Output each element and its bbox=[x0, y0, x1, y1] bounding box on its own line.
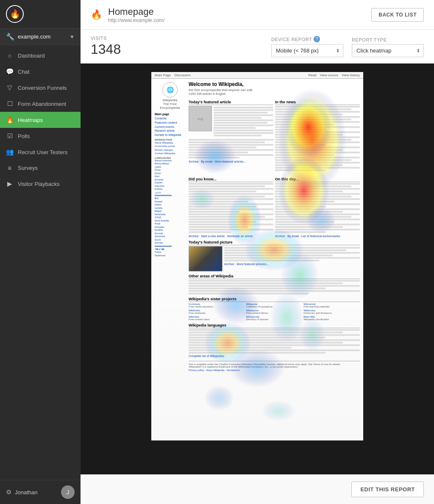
sidebar-item-label-dashboard: Dashboard bbox=[18, 53, 45, 59]
wiki-footer-links: Privacy policy · About Wikipedia · Discl… bbox=[189, 369, 360, 371]
header-flame-icon: 🔥 bbox=[91, 9, 102, 20]
report-type-select[interactable]: Click heatmap Move heatmap Scroll heatma… bbox=[352, 44, 424, 57]
wiki-section-other-areas: Other areas of Wikipedia bbox=[189, 274, 360, 279]
wiki-section-did-you-know: Did you know... bbox=[189, 177, 273, 182]
wiki-languages-section: Wikipedia languages bbox=[189, 323, 360, 357]
chat-icon: 💬 bbox=[6, 68, 14, 75]
wiki-header-bar: Main PageDiscussion ReadView sourceView … bbox=[151, 72, 363, 79]
wiki-featured-picture-section: Today's featured picture bbox=[189, 240, 360, 271]
wiki-section-featured-picture: Today's featured picture bbox=[189, 240, 360, 245]
polls-icon: ☑ bbox=[6, 132, 14, 140]
report-type-label: REPORT TYPE bbox=[352, 37, 424, 42]
visits-section: VISITS 1348 bbox=[91, 36, 121, 57]
wiki-title: Welcome to Wikipedia, bbox=[189, 81, 360, 87]
avatar[interactable]: J bbox=[61, 485, 75, 499]
sidebar-item-label-polls: Polls bbox=[18, 133, 30, 139]
user-name-label: Jonathan bbox=[15, 489, 61, 496]
dashboard-icon: ○ bbox=[6, 52, 14, 59]
wiki-col-on-this-day: On this day... bbox=[275, 174, 360, 238]
device-report-label: DEVICE REPORT ? bbox=[271, 36, 343, 42]
sidebar-item-recruit-testers[interactable]: 👥 Recruit User Testers bbox=[0, 144, 81, 160]
sidebar-item-surveys[interactable]: ≡ Surveys bbox=[0, 160, 81, 176]
stats-bar: VISITS 1348 DEVICE REPORT ? Mobile (< 76… bbox=[81, 30, 434, 64]
wiki-section-featured: Today's featured article bbox=[189, 100, 273, 105]
featured-article-image: img bbox=[189, 106, 212, 131]
wiki-main: 🌐 WikipediaThe Free Encyclopedia Main pa… bbox=[151, 79, 363, 374]
sidebar-item-chat[interactable]: 💬 Chat bbox=[0, 64, 81, 80]
wiki-col-news: In the news bbox=[275, 97, 360, 172]
wiki-content: Main PageDiscussion ReadView sourceView … bbox=[151, 72, 363, 440]
device-report-select-wrapper: Mobile (< 768 px) Tablet Desktop bbox=[271, 44, 343, 57]
sidebar-item-label-funnels: Conversion Funnels bbox=[18, 85, 67, 91]
sidebar-footer: ⚙ Jonathan J bbox=[0, 480, 81, 504]
users-icon: 👥 bbox=[6, 148, 14, 156]
wiki-body: Welcome to Wikipedia, the free encyclope… bbox=[187, 80, 362, 372]
heatmap-wrapper: Main PageDiscussion ReadView sourceView … bbox=[151, 72, 363, 440]
heatmap-container: Main PageDiscussion ReadView sourceView … bbox=[81, 64, 434, 474]
wikipedia-logo: 🌐 bbox=[162, 82, 178, 97]
svg-point-14 bbox=[204, 385, 234, 411]
wiki-section-languages: Wikipedia languages bbox=[189, 323, 360, 328]
wiki-section-on-this-day: On this day... bbox=[275, 177, 360, 182]
wiki-section-news: In the news bbox=[275, 100, 360, 105]
device-report-select[interactable]: Mobile (< 768 px) Tablet Desktop bbox=[271, 44, 343, 57]
sidebar-item-label-form: Form Abandonment bbox=[18, 101, 66, 107]
flame-icon: 🔥 bbox=[10, 9, 20, 19]
chevron-down-icon: ▼ bbox=[70, 34, 75, 40]
sidebar-nav: ○ Dashboard 💬 Chat ▽ Conversion Funnels … bbox=[0, 45, 81, 480]
page-header: 🔥 Homepage http://www.example.com/ BACK … bbox=[81, 0, 434, 30]
wikipedia-screenshot: Main PageDiscussion ReadView sourceView … bbox=[151, 72, 363, 440]
sidebar-logo-area: 🔥 bbox=[0, 0, 81, 28]
wiki-logo-text: WikipediaThe Free Encyclopedia bbox=[153, 98, 187, 110]
sidebar-item-label-surveys: Surveys bbox=[18, 165, 38, 171]
svg-point-15 bbox=[262, 400, 295, 421]
page-title: Homepage bbox=[108, 6, 371, 17]
page-url: http://www.example.com/ bbox=[108, 17, 371, 23]
report-type-control: REPORT TYPE Click heatmap Move heatmap S… bbox=[352, 37, 424, 57]
heatmap-icon: 🔥 bbox=[6, 116, 14, 124]
wrench-icon: 🔧 bbox=[6, 33, 14, 41]
sidebar-item-dashboard[interactable]: ○ Dashboard bbox=[0, 48, 81, 64]
sidebar-item-visitor-playbacks[interactable]: ▶ Visitor Playbacks bbox=[0, 176, 81, 192]
wiki-two-col-top: Today's featured article img bbox=[189, 97, 360, 172]
wiki-logo-area: 🌐 WikipediaThe Free Encyclopedia bbox=[153, 80, 187, 111]
sidebar-item-heatmaps[interactable]: 🔥 Heatmaps bbox=[0, 112, 81, 128]
funnel-icon: ▽ bbox=[6, 84, 14, 91]
wiki-subtitle: the free encyclopedia that anyone can ed… bbox=[189, 88, 360, 96]
report-controls: DEVICE REPORT ? Mobile (< 768 px) Tablet… bbox=[271, 36, 424, 57]
header-title-group: Homepage http://www.example.com/ bbox=[108, 6, 371, 23]
wiki-other-areas-section: Other areas of Wikipedia bbox=[189, 274, 360, 294]
playback-icon: ▶ bbox=[6, 180, 14, 188]
sidebar-item-label-chat: Chat bbox=[18, 69, 29, 75]
wiki-section-sister-projects: Wikipedia's sister projects bbox=[189, 297, 360, 302]
form-icon: ☐ bbox=[6, 100, 14, 108]
workspace-label: example.com bbox=[18, 33, 70, 40]
sidebar-item-label-recruit: Recruit User Testers bbox=[18, 149, 68, 155]
sidebar-item-polls[interactable]: ☑ Polls bbox=[0, 128, 81, 144]
sidebar-item-form-abandonment[interactable]: ☐ Form Abandonment bbox=[0, 96, 81, 112]
visits-label: VISITS bbox=[91, 36, 121, 41]
wiki-two-col-bottom: Did you know... bbox=[189, 174, 360, 238]
wiki-sidebar: 🌐 WikipediaThe Free Encyclopedia Main pa… bbox=[153, 80, 187, 372]
sidebar-item-label-heatmaps: Heatmaps bbox=[18, 117, 43, 123]
sidebar-item-label-playbacks: Visitor Playbacks bbox=[18, 181, 60, 187]
edit-report-button[interactable]: EDIT THIS REPORT bbox=[351, 482, 424, 497]
main-content: 🔥 Homepage http://www.example.com/ BACK … bbox=[81, 0, 434, 504]
back-to-list-button[interactable]: BACK TO LIST bbox=[371, 8, 424, 22]
wiki-sister-projects-section: Wikipedia's sister projects CommonsFree … bbox=[189, 297, 360, 321]
wiki-col-featured: Today's featured article img bbox=[189, 97, 273, 172]
workspace-selector[interactable]: 🔧 example.com ▼ bbox=[0, 28, 81, 45]
settings-icon[interactable]: ⚙ bbox=[6, 488, 11, 496]
featured-picture-image bbox=[189, 246, 223, 271]
sidebar: 🔥 🔧 example.com ▼ ○ Dashboard 💬 Chat ▽ C… bbox=[0, 0, 81, 504]
help-badge[interactable]: ? bbox=[314, 36, 320, 42]
app-logo: 🔥 bbox=[6, 5, 24, 23]
report-type-select-wrapper: Click heatmap Move heatmap Scroll heatma… bbox=[352, 44, 424, 57]
wiki-footer: Text is available under the Creative Com… bbox=[189, 361, 360, 368]
footer-bar: EDIT THIS REPORT bbox=[81, 474, 434, 504]
device-report-control: DEVICE REPORT ? Mobile (< 768 px) Tablet… bbox=[271, 36, 343, 57]
wiki-col-did-you-know: Did you know... bbox=[189, 174, 273, 238]
sidebar-item-conversion-funnels[interactable]: ▽ Conversion Funnels bbox=[0, 80, 81, 96]
visits-value: 1348 bbox=[91, 42, 121, 57]
surveys-icon: ≡ bbox=[6, 164, 14, 172]
